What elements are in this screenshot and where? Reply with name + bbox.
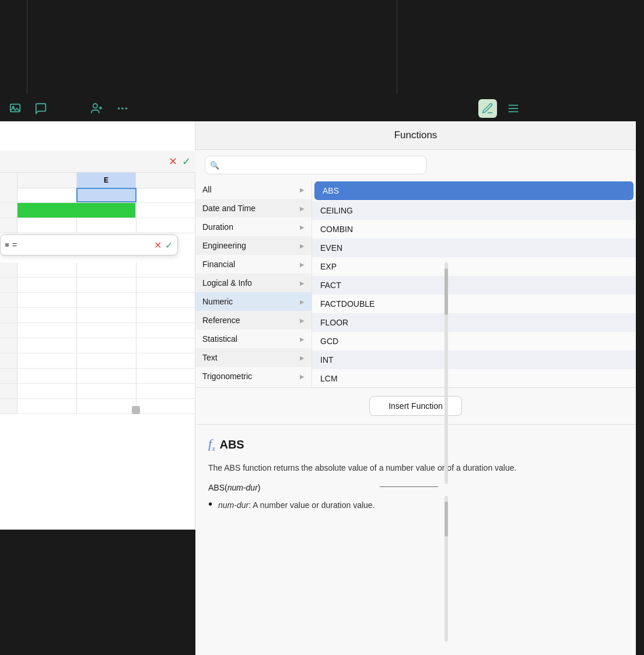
function-item-abs[interactable]: ABS <box>314 181 634 200</box>
category-item-all[interactable]: All ▶ <box>195 180 312 199</box>
function-item-ceiling[interactable]: CEILING <box>312 201 636 220</box>
formula-bullet <box>5 243 9 247</box>
desc-func-name: ABS <box>219 438 244 451</box>
function-item-int[interactable]: INT <box>312 351 636 369</box>
category-item-text[interactable]: Text ▶ <box>195 348 312 367</box>
scrollbar-thumb-desc <box>444 502 448 537</box>
formula-accept-btn[interactable]: ✓ <box>182 155 191 168</box>
category-item-duration[interactable]: Duration ▶ <box>195 218 312 236</box>
function-item-fact[interactable]: FACT <box>312 276 636 295</box>
category-item-financial[interactable]: Financial ▶ <box>195 255 312 274</box>
search-input[interactable] <box>205 156 426 174</box>
category-item-numeric[interactable]: Numeric ▶ <box>195 292 312 311</box>
spreadsheet: ✕ ✓ E = ✕ ✓ <box>0 121 195 530</box>
function-item-combin[interactable]: COMBIN <box>312 220 636 239</box>
formula-accept2[interactable]: ✓ <box>165 240 173 251</box>
functions-panel: Functions 🔍 All ▶ Date and Time ▶ Durati… <box>195 121 636 655</box>
svg-point-7 <box>125 107 128 110</box>
category-item-statistical[interactable]: Statistical ▶ <box>195 330 312 348</box>
desc-param: • num-dur: A number value or duration va… <box>208 499 623 512</box>
guide-line-col2 <box>397 0 397 93</box>
category-item-reference[interactable]: Reference ▶ <box>195 311 312 330</box>
connector-line <box>380 486 438 487</box>
description-area: fx ABS The ABS function returns the abso… <box>195 425 636 655</box>
guide-line-col <box>27 0 27 93</box>
desc-title-row: fx ABS <box>208 436 623 453</box>
function-item-lcm[interactable]: LCM <box>312 369 636 387</box>
category-item-trigonometric[interactable]: Trigonometric ▶ <box>195 367 312 386</box>
formula-bar: ✕ ✓ <box>0 150 195 173</box>
svg-point-6 <box>121 107 124 110</box>
svg-point-5 <box>118 107 120 110</box>
add-person-icon[interactable] <box>88 99 106 118</box>
formula-cancel2[interactable]: ✕ <box>154 240 162 251</box>
grid-rows: = ✕ ✓ <box>0 188 195 414</box>
desc-param-text: A number value or duration value. <box>253 500 374 510</box>
comment-icon[interactable] <box>32 99 50 118</box>
search-icon: 🔍 <box>210 161 219 170</box>
category-item-logical[interactable]: Logical & Info ▶ <box>195 274 312 292</box>
insert-function-button[interactable]: Insert Function <box>369 396 462 416</box>
col-headers: E <box>0 173 195 188</box>
fx-icon: fx <box>208 436 215 453</box>
scrollbar-track-list[interactable] <box>444 262 448 484</box>
function-item-even[interactable]: EVEN <box>312 239 636 257</box>
search-bar: 🔍 <box>195 150 636 180</box>
format-icon[interactable] <box>478 99 497 118</box>
scrollbar-track-desc[interactable] <box>444 496 448 642</box>
function-item-floor[interactable]: FLOOR <box>312 313 636 332</box>
col-e-header: E <box>77 173 136 188</box>
toolbar-icons <box>6 99 523 118</box>
function-list: ABS CEILING COMBIN EVEN EXP FACT FACTDOU… <box>312 180 636 387</box>
svg-point-2 <box>93 104 97 108</box>
panel-title: Functions <box>394 129 438 141</box>
more-icon[interactable] <box>113 99 132 118</box>
insert-btn-area: Insert Function <box>195 388 636 425</box>
top-bar <box>0 0 644 93</box>
category-list: All ▶ Date and Time ▶ Duration ▶ Enginee… <box>195 180 312 387</box>
lists-area: All ▶ Date and Time ▶ Duration ▶ Enginee… <box>195 180 636 388</box>
resize-handle[interactable] <box>132 406 140 414</box>
desc-text: The ABS function returns the absolute va… <box>208 461 623 474</box>
category-item-date-time[interactable]: Date and Time ▶ <box>195 199 312 218</box>
function-item-exp[interactable]: EXP <box>312 257 636 276</box>
scrollbar-thumb-list <box>444 268 448 315</box>
category-item-engineering[interactable]: Engineering ▶ <box>195 236 312 255</box>
function-item-gcd[interactable]: GCD <box>312 332 636 351</box>
function-item-factdouble[interactable]: FACTDOUBLE <box>312 295 636 313</box>
desc-syntax: ABS(num-dur) <box>208 483 623 492</box>
menu-icon[interactable] <box>504 99 523 118</box>
panel-header: Functions <box>195 121 636 150</box>
formula-input-box[interactable]: = ✕ ✓ <box>0 234 178 255</box>
formula-equals: = <box>12 240 17 250</box>
desc-bullet: • <box>208 498 212 510</box>
photo-icon[interactable] <box>6 99 24 118</box>
formula-cancel-btn[interactable]: ✕ <box>169 155 177 168</box>
